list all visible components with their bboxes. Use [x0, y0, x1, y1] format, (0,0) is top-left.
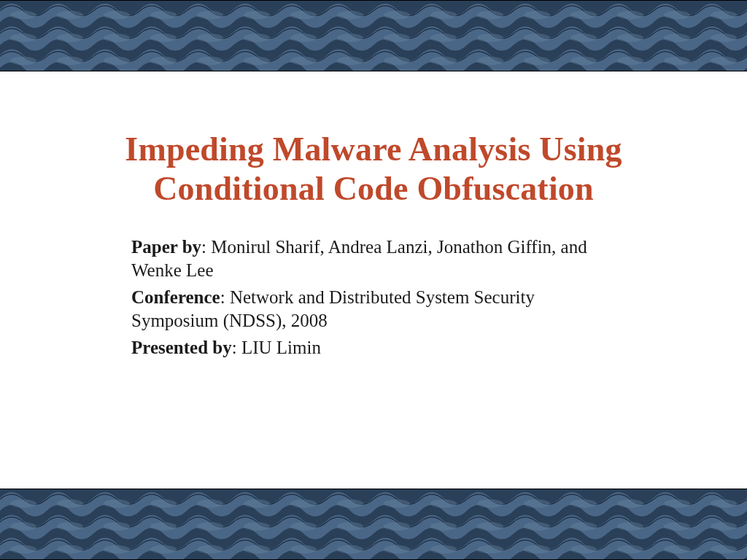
wave-pattern-top [0, 1, 747, 71]
presented-by-value: : LIU Limin [232, 338, 321, 357]
slide-details: Paper by: Monirul Sharif, Andrea Lanzi, … [131, 236, 616, 363]
slide-content: Impeding Malware Analysis Using Conditio… [0, 71, 747, 489]
conference-label: Conference [131, 287, 220, 307]
svg-rect-7 [0, 1, 747, 71]
presented-by-label: Presented by [131, 338, 232, 357]
slide-title: Impeding Malware Analysis Using Conditio… [58, 130, 689, 209]
paper-by-line: Paper by: Monirul Sharif, Andrea Lanzi, … [131, 236, 616, 283]
slide: Impeding Malware Analysis Using Conditio… [0, 0, 747, 560]
conference-line: Conference: Network and Distributed Syst… [131, 286, 616, 333]
bottom-border-band [0, 489, 747, 560]
paper-by-label: Paper by [131, 237, 201, 257]
svg-rect-8 [0, 489, 747, 559]
top-border-band [0, 0, 747, 71]
wave-pattern-bottom [0, 489, 747, 559]
presented-by-line: Presented by: LIU Limin [131, 336, 616, 360]
